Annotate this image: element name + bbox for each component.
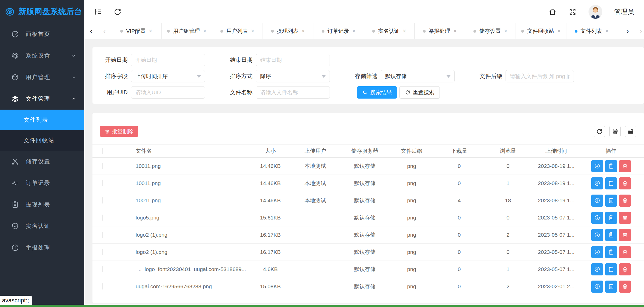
tabbar-scroll-left-button[interactable]: ‹ — [84, 23, 98, 39]
download-button[interactable] — [591, 281, 603, 293]
storage-filter-select[interactable]: 默认存储 — [381, 70, 455, 82]
tab-close-icon[interactable]: × — [251, 28, 254, 34]
row-checkbox[interactable] — [102, 232, 103, 238]
detail-button[interactable] — [605, 246, 617, 258]
tab[interactable]: VIP配置 × — [111, 23, 162, 39]
home-icon[interactable] — [548, 8, 557, 16]
file-name-input[interactable] — [256, 86, 330, 99]
tab-close-icon[interactable]: × — [203, 28, 206, 34]
file-downloads: 0 — [435, 249, 483, 255]
delete-button[interactable] — [619, 177, 631, 189]
sidebar-item-report-handling[interactable]: 举报处理 — [0, 237, 84, 258]
fullscreen-icon[interactable] — [568, 8, 577, 16]
print-button[interactable] — [609, 126, 621, 137]
delete-button[interactable] — [619, 195, 631, 207]
detail-button[interactable] — [605, 229, 617, 241]
tab[interactable]: 用户组管理 × — [162, 23, 212, 39]
tab[interactable]: 实名认证 × — [364, 23, 415, 39]
refresh-table-button[interactable] — [594, 126, 605, 137]
collapse-sidebar-icon[interactable] — [94, 8, 102, 16]
tab[interactable]: 文件回收站 × — [516, 23, 566, 39]
tab-close-icon[interactable]: × — [605, 28, 609, 34]
end-date-input[interactable] — [256, 54, 330, 66]
detail-button[interactable] — [605, 160, 617, 172]
detail-button[interactable] — [605, 281, 617, 293]
row-checkbox[interactable] — [102, 163, 103, 169]
batch-delete-button[interactable]: 批量删除 — [100, 126, 138, 137]
download-button[interactable] — [591, 229, 603, 241]
sidebar-item-file-management[interactable]: 文件管理 — [0, 88, 84, 110]
tabbar-scroll-right-button[interactable]: › — [621, 23, 634, 39]
delete-button[interactable] — [619, 229, 631, 241]
user-uid-label: 用户UID — [92, 89, 131, 96]
refresh-page-icon[interactable] — [114, 8, 122, 16]
sidebar-item-system-settings[interactable]: 系统设置 — [0, 45, 84, 66]
download-button[interactable] — [591, 212, 603, 224]
row-checkbox[interactable] — [102, 266, 103, 272]
tab-dot-icon — [120, 30, 123, 33]
sidebar-menu: 面板首页 系统设置 用户管理 文件管理 文件列表 文件回收站 — [0, 23, 84, 258]
search-button[interactable]: 搜索结果 — [357, 86, 397, 99]
tab-close-icon[interactable]: × — [352, 28, 356, 34]
tab[interactable]: 提现列表 × — [263, 23, 313, 39]
sidebar-item-order-records[interactable]: 订单记录 — [0, 172, 84, 194]
caret-down-icon — [446, 75, 451, 78]
download-button[interactable] — [591, 263, 603, 275]
download-button[interactable] — [591, 177, 603, 189]
tab-close-icon[interactable]: × — [453, 28, 457, 34]
tab-close-icon[interactable]: × — [149, 28, 152, 34]
select-all-checkbox[interactable] — [102, 148, 103, 154]
detail-button[interactable] — [605, 263, 617, 275]
file-views: 2 — [483, 283, 533, 290]
row-checkbox[interactable] — [102, 197, 103, 204]
row-checkbox[interactable] — [102, 249, 103, 255]
tab[interactable]: 订单记录 × — [313, 23, 364, 39]
delete-button[interactable] — [619, 246, 631, 258]
detail-button[interactable] — [605, 177, 617, 189]
sidebar-item-realname-auth[interactable]: 实名认证 — [0, 215, 84, 237]
tab[interactable]: 文件列表 × — [566, 23, 617, 39]
tab-close-icon[interactable]: × — [504, 28, 507, 34]
tab-close-icon[interactable]: × — [557, 28, 561, 34]
topbar: 管理员 — [84, 0, 644, 23]
sidebar-subitem-file-list[interactable]: 文件列表 — [0, 110, 84, 130]
row-checkbox[interactable] — [102, 215, 103, 221]
tab-close-icon[interactable]: × — [403, 28, 406, 34]
download-button[interactable] — [591, 195, 603, 207]
tab[interactable]: 储存设置 × — [465, 23, 516, 39]
sidebar-subitem-file-recycle[interactable]: 文件回收站 — [0, 130, 84, 151]
reset-search-button[interactable]: 重置搜索 — [399, 86, 440, 99]
sidebar-item-withdraw-list[interactable]: 提现列表 — [0, 194, 84, 215]
file-suffix-input[interactable] — [506, 70, 574, 82]
download-button[interactable] — [591, 246, 603, 258]
refresh-icon — [596, 128, 603, 135]
file-downloads: 0 — [435, 266, 483, 272]
file-table-panel: 批量删除 文件名 大小 — [92, 113, 644, 303]
delete-button[interactable] — [619, 160, 631, 172]
table-row: logo5.png 15.61KB 默认存储 png 0 0 2023-05-0… — [92, 209, 644, 226]
table-row: 10011.png 14.46KB 本地测试 默认存储 png 4 18 202… — [92, 192, 644, 209]
user-uid-input[interactable] — [131, 86, 205, 99]
tab[interactable]: 举报处理 × — [415, 23, 465, 39]
tab-close-icon[interactable]: × — [302, 28, 305, 34]
detail-button[interactable] — [605, 195, 617, 207]
start-date-input[interactable] — [131, 54, 205, 66]
row-checkbox[interactable] — [102, 180, 103, 186]
delete-button[interactable] — [619, 263, 631, 275]
sidebar-item-user-management[interactable]: 用户管理 — [0, 66, 84, 88]
detail-button[interactable] — [605, 212, 617, 224]
delete-button[interactable] — [619, 281, 631, 293]
avatar[interactable] — [589, 5, 602, 19]
download-button[interactable] — [591, 160, 603, 172]
app-title: 新版网盘系统后台 — [18, 6, 82, 17]
sort-order-select[interactable]: 降序 — [256, 70, 330, 82]
export-button[interactable] — [625, 126, 636, 137]
sidebar-item-storage-settings[interactable]: 储存设置 — [0, 151, 84, 172]
row-checkbox[interactable] — [102, 283, 103, 290]
sidebar-item-dashboard[interactable]: 面板首页 — [0, 23, 84, 45]
tab[interactable]: 用户列表 × — [212, 23, 263, 39]
tab-list: VIP配置 × 用户组管理 × 用户列表 × 提现列表 × 订单记录 × 实名认… — [111, 23, 617, 39]
delete-button[interactable] — [619, 212, 631, 224]
sort-field-select[interactable]: 上传时间排序 — [131, 70, 205, 82]
column-downloads: 下载量 — [435, 147, 483, 155]
